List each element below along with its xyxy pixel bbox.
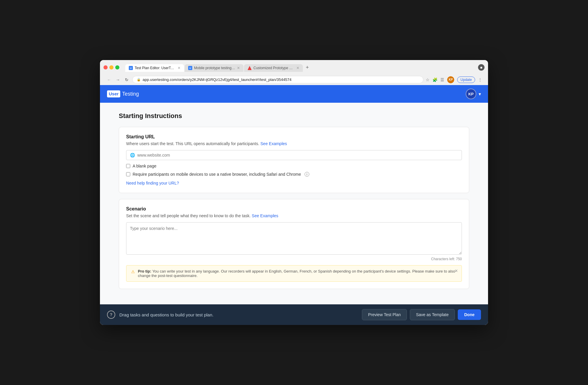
blank-page-checkbox-row: A blank page <box>126 164 462 168</box>
address-text: app.usertesting.com/orders/y2KJNM-ijGRQz… <box>143 77 292 82</box>
browser-window: U Test Plan Editor: UserTesting ✕ U Mobi… <box>100 60 488 325</box>
page-title: Starting Instructions <box>119 112 469 120</box>
warning-icon: ⚠ <box>131 269 135 274</box>
update-button[interactable]: Update <box>457 77 475 83</box>
toolbar-icons: ☆ 🧩 ☰ KP Update ⋮ <box>426 76 482 83</box>
tab-bar: U Test Plan Editor: UserTesting ✕ U Mobi… <box>125 63 476 72</box>
save-as-template-button[interactable]: Save as Template <box>410 309 455 320</box>
mobile-browser-checkbox-row: Require participants on mobile devices t… <box>126 172 462 177</box>
user-avatar[interactable]: KP <box>466 89 476 99</box>
tab-close-3[interactable]: ✕ <box>296 66 299 70</box>
new-tab-button[interactable]: + <box>303 63 311 72</box>
browser-tab-1[interactable]: U Test Plan Editor: UserTesting ✕ <box>125 64 184 72</box>
header-right: KP ▾ <box>466 89 481 99</box>
bottom-bar-actions: Preview Test Plan Save as Template Done <box>362 309 481 320</box>
close-button[interactable] <box>103 65 108 69</box>
char-count: Characters left: 750 <box>126 257 462 261</box>
bottom-bar-drag-text: Drag tasks and questions to build your t… <box>119 312 213 317</box>
pro-tip-text: Pro tip: You can write your test in any … <box>138 269 457 278</box>
logo-user-text: User <box>109 91 118 96</box>
scenario-card: Scenario Set the scene and tell people w… <box>119 199 469 289</box>
tab-close-1[interactable]: ✕ <box>178 66 181 70</box>
record-button[interactable]: ⏺ <box>478 64 485 71</box>
info-icon[interactable]: i <box>305 172 309 177</box>
minimize-button[interactable] <box>109 65 113 69</box>
starting-url-see-examples-link[interactable]: See Examples <box>260 141 287 146</box>
tab-label-3: Customized Prototype Sharing <box>253 66 295 70</box>
bottom-bar: ? Drag tasks and questions to build your… <box>100 304 488 325</box>
extensions-icon[interactable]: 🧩 <box>432 77 437 82</box>
app-header: User Testing KP ▾ <box>100 85 488 103</box>
globe-icon: 🌐 <box>130 153 135 157</box>
tab-label-1: Test Plan Editor: UserTesting <box>135 66 176 70</box>
help-circle-button[interactable]: ? <box>107 311 115 319</box>
preview-test-plan-button[interactable]: Preview Test Plan <box>362 309 407 320</box>
scenario-description: Set the scene and tell people what they … <box>126 213 462 218</box>
scenario-textarea[interactable] <box>126 222 462 255</box>
address-bar[interactable]: 🔒 app.usertesting.com/orders/y2KJNM-ijGR… <box>132 76 423 83</box>
blank-page-checkbox[interactable] <box>126 164 130 168</box>
browser-chrome: U Test Plan Editor: UserTesting ✕ U Mobi… <box>100 60 488 85</box>
header-dropdown-icon[interactable]: ▾ <box>479 91 481 97</box>
starting-url-description: Where users start the test. This URL ope… <box>126 141 462 146</box>
maximize-button[interactable] <box>115 65 119 69</box>
star-icon[interactable]: ☆ <box>426 77 430 82</box>
scenario-title: Scenario <box>126 206 462 212</box>
pro-tip: ⚠ Pro tip: You can write your test in an… <box>126 265 462 282</box>
logo-box: User <box>107 90 120 97</box>
back-button[interactable]: ← <box>106 77 112 83</box>
url-input-wrapper: 🌐 <box>126 150 462 160</box>
mobile-browser-checkbox[interactable] <box>126 172 130 176</box>
lock-icon: 🔒 <box>137 78 141 82</box>
logo: User Testing <box>107 90 139 97</box>
starting-url-card: Starting URL Where users start the test.… <box>119 127 469 193</box>
tab-label-2: Mobile prototype testing with C… <box>194 66 235 70</box>
url-input[interactable] <box>137 153 458 157</box>
logo-testing-text: Testing <box>122 91 139 97</box>
profile-icon[interactable]: ☰ <box>440 77 444 82</box>
pro-tip-body: You can write your test in any language.… <box>138 269 455 278</box>
scenario-see-examples-link[interactable]: See Examples <box>252 213 278 218</box>
tab-favicon-3 <box>248 66 252 70</box>
starting-url-title: Starting URL <box>126 134 462 140</box>
menu-icon[interactable]: ⋮ <box>478 77 482 82</box>
pro-tip-prefix: Pro tip: <box>138 269 151 273</box>
traffic-lights <box>103 65 119 69</box>
help-link[interactable]: Need help finding your URL? <box>126 181 179 185</box>
mobile-browser-label: Require participants on mobile devices t… <box>133 172 301 177</box>
tab-favicon-2: U <box>188 66 192 70</box>
tab-close-2[interactable]: ✕ <box>237 66 240 70</box>
pro-tip-close-button[interactable]: ✕ <box>455 268 458 273</box>
forward-button[interactable]: → <box>115 77 121 83</box>
bottom-bar-left: ? Drag tasks and questions to build your… <box>107 311 213 319</box>
browser-tab-3[interactable]: Customized Prototype Sharing ✕ <box>244 64 303 72</box>
address-bar-row: ← → ↻ 🔒 app.usertesting.com/orders/y2KJN… <box>103 74 485 85</box>
browser-tab-2[interactable]: U Mobile prototype testing with C… ✕ <box>185 64 243 72</box>
blank-page-label: A blank page <box>133 164 156 168</box>
done-button[interactable]: Done <box>458 309 481 320</box>
user-avatar-small[interactable]: KP <box>447 76 454 83</box>
main-content: Starting Instructions Starting URL Where… <box>100 103 488 304</box>
reload-button[interactable]: ↻ <box>123 77 130 83</box>
tab-favicon-1: U <box>129 66 133 70</box>
